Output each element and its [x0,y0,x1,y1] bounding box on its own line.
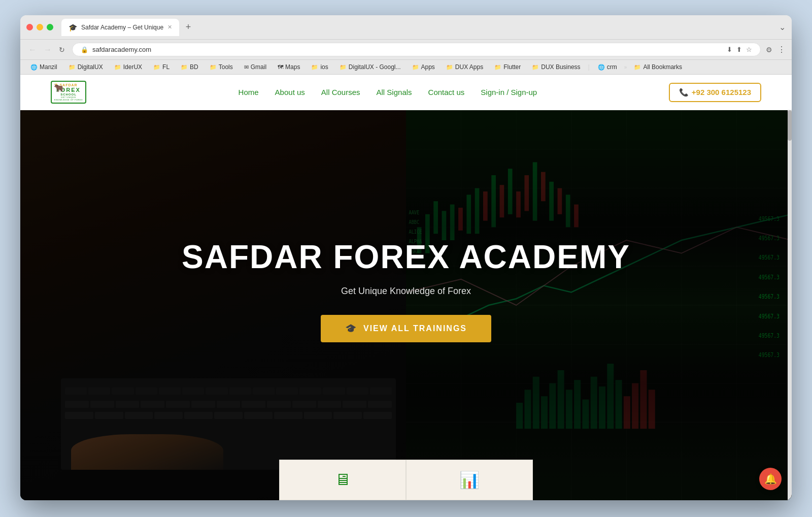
site-nav-links: Home About us All Courses All Signals Co… [218,88,537,96]
bookmark-label: BD [190,63,198,71]
hero-subtitle: Get Unique Knowledge of Forex [341,286,471,297]
phone-icon: 📞 [679,88,689,97]
bookmark-gmail[interactable]: ✉ Gmail [240,62,270,72]
window-more-icon[interactable]: ⌄ [779,22,786,32]
phone-button[interactable]: 📞 +92 300 6125123 [669,83,761,102]
url-text: safdaracademy.com [92,46,723,53]
url-bar[interactable]: 🔒 safdaracademy.com ⬇ ⬆ ☆ [72,43,761,56]
bookmark-label: DUX Business [541,63,580,71]
browser-more-icon[interactable]: ⋮ [777,45,786,54]
bookmark-digitalux2[interactable]: 📁 DigitalUX - Googl... [335,62,405,72]
phone-number: +92 300 6125123 [692,88,751,96]
folder-icon: 📁 [153,64,160,71]
bottom-card-1[interactable]: 🖥 [279,460,406,500]
nav-about[interactable]: About us [275,88,305,96]
chart-icon: 📊 [459,470,480,490]
bookmark-label: FL [162,63,170,71]
logo-tagline: GET UNIQUE KNOWLEDGE OF FOREX [54,96,83,101]
bookmark-label: Apps [421,63,435,71]
folder-icon: 📁 [114,64,121,71]
cta-label: VIEW ALL TRAININGS [363,324,467,333]
reload-button[interactable]: ↻ [57,44,67,56]
hero-content: SAFDAR FOREX ACADEMY Get Unique Knowledg… [20,110,792,500]
bookmark-flutter[interactable]: 📁 Flutter [490,62,525,72]
notification-button[interactable]: 🔔 [759,468,782,490]
bookmark-duxbusiness[interactable]: 📁 DUX Business [528,62,584,72]
folder-icon: 📁 [634,64,641,71]
minimize-button[interactable] [37,24,43,30]
globe-icon: 🌐 [598,64,605,71]
bookmark-crm[interactable]: 🌐 crm [594,62,621,72]
scrollbar-thumb[interactable] [788,110,792,141]
active-tab[interactable]: 🎓 Safdar Academy – Get Unique ✕ [61,19,179,36]
folder-icon: 📁 [311,64,318,71]
bookmark-label: crm [607,63,617,71]
bookmarks-bar: 🌐 Manzil 📁 DigitalUX 📁 IderUX 📁 FL 📁 BD … [20,60,792,75]
lock-icon: 🔒 [81,46,88,53]
bookmark-duxapps[interactable]: 📁 DUX Apps [442,62,487,72]
site-logo[interactable]: 🐂 SAFDAR FOREX SCHOOL GET UNIQUE KNOWLED… [51,81,86,104]
close-button[interactable] [26,24,33,30]
bookmark-tools[interactable]: 📁 Tools [206,62,237,72]
download-icon[interactable]: ⬇ [727,46,732,53]
website-content: 🐂 SAFDAR FOREX SCHOOL GET UNIQUE KNOWLED… [20,75,792,500]
bell-icon: 🔔 [764,473,777,485]
back-button[interactable]: ← [26,43,39,56]
gmail-icon: ✉ [244,64,249,71]
url-action-icons: ⬇ ⬆ ☆ [727,46,752,53]
nav-courses[interactable]: All Courses [321,88,360,96]
forward-button[interactable]: → [42,43,54,56]
nav-signin[interactable]: Sign-in / Sign-up [481,88,537,96]
bookmark-icon[interactable]: ☆ [746,46,752,53]
bookmark-manzil[interactable]: 🌐 Manzil [26,62,61,72]
view-trainings-button[interactable]: 🎓 VIEW ALL TRAININGS [321,315,491,342]
all-bookmarks[interactable]: 📁 All Bookmarks [630,62,686,72]
browser-window: 🎓 Safdar Academy – Get Unique ✕ + ⌄ ← → … [20,15,792,500]
traffic-lights [26,24,53,30]
bookmark-label: Manzil [40,63,57,71]
graduation-icon: 🎓 [345,323,357,334]
bookmark-fl[interactable]: 📁 FL [149,62,174,72]
bookmark-label: Flutter [503,63,521,71]
folder-icon: 📁 [69,64,76,71]
all-bookmarks-label: All Bookmarks [643,63,682,71]
nav-arrows: ← → ↻ [26,43,67,56]
tab-title: Safdar Academy – Get Unique [81,24,163,31]
nav-signals[interactable]: All Signals [377,88,412,96]
share-icon[interactable]: ⬆ [736,46,742,53]
bookmark-iderux[interactable]: 📁 IderUX [110,62,146,72]
bookmark-ios[interactable]: 📁 ios [307,62,332,72]
globe-icon: 🌐 [30,64,38,71]
bookmark-label: Maps [285,63,300,71]
folder-icon: 📁 [210,64,217,71]
bookmark-maps[interactable]: 🗺 Maps [274,62,304,72]
tab-close-icon[interactable]: ✕ [167,24,172,30]
tab-bar: 🎓 Safdar Academy – Get Unique ✕ + [61,19,775,36]
nav-home[interactable]: Home [239,88,259,96]
bookmark-label: DigitalUX [78,63,103,71]
folder-icon: 📁 [494,64,501,71]
folder-icon: 📁 [532,64,539,71]
bookmark-apps[interactable]: 📁 Apps [408,62,439,72]
bookmark-label: DUX Apps [455,63,483,71]
bookmark-label: ios [320,63,328,71]
bookmark-label: IderUX [123,63,142,71]
bottom-cards: 🖥 📊 [279,460,533,500]
hero-section: 49567.3 49567.3 49567.3 49567.3 49567.3 … [20,110,792,500]
new-tab-button[interactable]: + [181,20,195,35]
title-bar: 🎓 Safdar Academy – Get Unique ✕ + ⌄ [20,15,792,40]
address-bar: ← → ↻ 🔒 safdaracademy.com ⬇ ⬆ ☆ ⚙ ⋮ [20,40,792,60]
bookmark-digitalux[interactable]: 📁 DigitalUX [64,62,107,72]
scrollbar[interactable] [788,110,792,500]
nav-contact[interactable]: Contact us [428,88,465,96]
bottom-card-2[interactable]: 📊 [406,460,533,500]
bookmark-bd[interactable]: 📁 BD [177,62,202,72]
folder-icon: 📁 [340,64,347,71]
extensions-icon[interactable]: ⚙ [766,46,772,54]
folder-icon: 📁 [446,64,453,71]
monitor-icon: 🖥 [334,470,351,489]
maximize-button[interactable] [47,24,53,30]
window-controls: ⌄ [779,22,786,32]
folder-icon: 📁 [181,64,188,71]
bookmark-label: Tools [219,63,233,71]
